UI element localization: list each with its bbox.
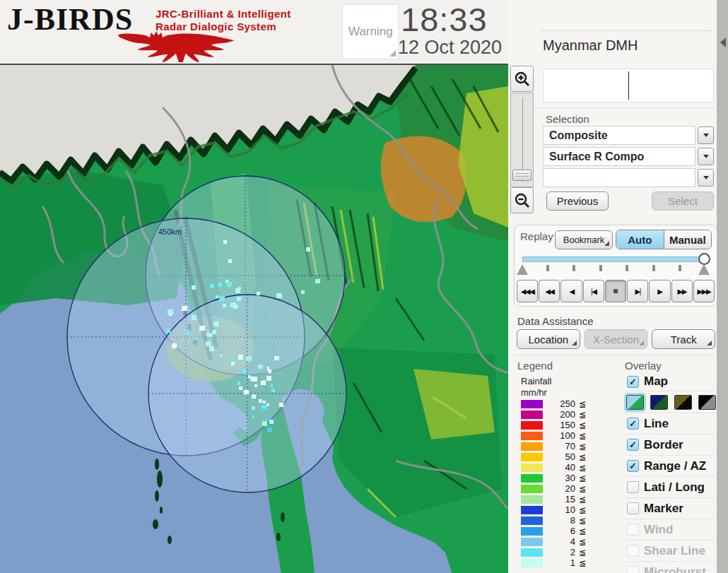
zoom-in-button[interactable] — [510, 66, 534, 92]
border-label: Border — [644, 438, 683, 452]
legend-row: 1≦ — [521, 557, 606, 568]
rain-echo-cell — [192, 285, 196, 290]
dropdown-value-1[interactable]: Composite — [543, 126, 695, 145]
dropdown-arrow-button-1[interactable] — [698, 126, 714, 144]
legend-row: 50≦ — [521, 451, 606, 462]
legend-row: 10≦ — [521, 504, 606, 515]
slider-tick — [599, 265, 602, 271]
chevron-down-icon — [703, 134, 709, 137]
warning-resize-corner-icon — [389, 50, 396, 57]
overlay-row: ✓Range / AZ — [625, 455, 716, 476]
x-section-label: X-Section — [593, 333, 639, 345]
play-reverse-button[interactable]: ◀ — [560, 280, 582, 302]
dropdown-value-3[interactable] — [543, 168, 695, 187]
overlay-row: Lati / Long — [625, 476, 716, 497]
forward-fast-button[interactable]: ▶▶▶ — [693, 280, 715, 302]
step-back-button[interactable]: |◀ — [583, 280, 604, 302]
panel-collapse-strip[interactable] — [717, 0, 728, 573]
map-style-terrain-blue-green[interactable] — [626, 395, 644, 410]
overlay-row: Marker — [625, 497, 716, 519]
legend-value: 150 — [543, 420, 575, 430]
marker-checkbox[interactable] — [627, 502, 639, 514]
legend-operator: ≦ — [579, 537, 586, 547]
border-checkbox[interactable]: ✓ — [627, 439, 639, 451]
slider-tick — [652, 265, 655, 271]
map-style-olive-black[interactable] — [674, 395, 692, 410]
legend-row: 4≦ — [521, 536, 606, 547]
overlay-section-label: Overlay — [625, 360, 662, 372]
legend-color-swatch — [521, 527, 543, 536]
dropdown-value-2[interactable]: Surface R Compo — [543, 147, 695, 166]
legend-color-swatch — [521, 421, 543, 430]
lati-long-checkbox[interactable] — [627, 481, 639, 493]
previous-button[interactable]: Previous — [546, 191, 609, 211]
legend-unit-line1: Rainfall — [521, 376, 606, 387]
menu-corner-icon — [639, 341, 644, 345]
rain-echo-cell — [266, 403, 269, 406]
legend-value: 70 — [543, 441, 575, 451]
legend-row: 200≦ — [521, 409, 606, 420]
legend-color-swatch — [521, 453, 543, 461]
scale-marker — [628, 71, 629, 100]
microburst-checkbox — [627, 566, 639, 573]
rain-echo-cell — [270, 415, 272, 418]
rewind-button[interactable]: ◀◀ — [539, 280, 560, 302]
slider-start-marker[interactable] — [517, 264, 528, 275]
warning-panel[interactable]: Warning — [342, 4, 399, 59]
magnifier-minus-icon — [514, 192, 531, 209]
forward-button[interactable]: ▶▶ — [671, 280, 693, 302]
legend-operator: ≦ — [579, 505, 586, 515]
dropdown-arrow-button-3[interactable] — [698, 169, 714, 187]
overlay-row: Wind — [625, 519, 716, 540]
map-zoom-controls — [510, 66, 534, 213]
replay-mode-manual-button[interactable]: Manual — [664, 230, 712, 249]
legend-operator: ≦ — [579, 495, 586, 504]
legend-value: 1 — [543, 557, 575, 568]
rain-echo-cell — [180, 339, 182, 342]
zoom-slider[interactable] — [510, 93, 534, 187]
zoom-slider-handle[interactable] — [512, 170, 532, 181]
legend-operator: ≦ — [579, 484, 586, 494]
clock-date: 12 Oct 2020 — [398, 37, 502, 59]
legend-section-label: Legend — [517, 360, 553, 372]
radar-map[interactable]: 450km — [0, 64, 510, 573]
zoom-out-button[interactable] — [510, 187, 534, 213]
rewind-fast-button[interactable]: ◀◀◀ — [517, 280, 538, 302]
dropdown-arrow-button-2[interactable] — [698, 148, 714, 165]
legend-operator: ≦ — [579, 463, 586, 473]
line-checkbox[interactable]: ✓ — [627, 418, 639, 430]
location-button[interactable]: Location — [517, 329, 580, 349]
orange-highlands — [381, 136, 466, 222]
x-section-button[interactable]: X-Section — [585, 329, 648, 349]
map-style-black-gray[interactable] — [698, 395, 716, 410]
track-button[interactable]: Track — [652, 329, 715, 349]
stop-button[interactable]: ■ — [605, 280, 626, 302]
rain-echo-cell — [252, 394, 256, 398]
replay-slider-handle[interactable] — [698, 253, 710, 265]
rain-echo-cell — [257, 292, 260, 295]
legend-color-swatch — [521, 516, 543, 525]
legend-value: 6 — [543, 526, 575, 536]
topographic-map[interactable]: 450km — [0, 65, 508, 573]
rain-echo-cell — [258, 365, 263, 369]
select-button[interactable]: Select — [652, 191, 714, 211]
legend-value: 100 — [543, 430, 575, 441]
replay-mode-auto-button[interactable]: Auto — [616, 230, 664, 249]
replay-label: Replay — [520, 230, 553, 242]
slider-end-marker[interactable] — [698, 264, 710, 275]
replay-slider-track[interactable] — [522, 256, 705, 262]
legend-value: 250 — [543, 398, 575, 409]
map-checkbox[interactable]: ✓ — [627, 376, 639, 388]
section-separator — [514, 107, 715, 108]
rain-echo-cell — [194, 337, 197, 340]
selection-dropdown-3 — [543, 168, 714, 187]
rain-echo-cell — [268, 370, 271, 373]
play-button[interactable]: ▶ — [649, 280, 670, 302]
step-forward-button[interactable]: ▶| — [627, 280, 648, 302]
range-az-checkbox[interactable]: ✓ — [627, 460, 639, 472]
rain-echo-cell — [267, 367, 269, 370]
legend-row: 70≦ — [521, 441, 606, 451]
map-style-navy-darkgreen[interactable] — [650, 395, 668, 410]
data-assistance-buttons: LocationX-SectionTrack — [517, 329, 715, 349]
bookmark-button[interactable]: Bookmark — [555, 230, 613, 249]
